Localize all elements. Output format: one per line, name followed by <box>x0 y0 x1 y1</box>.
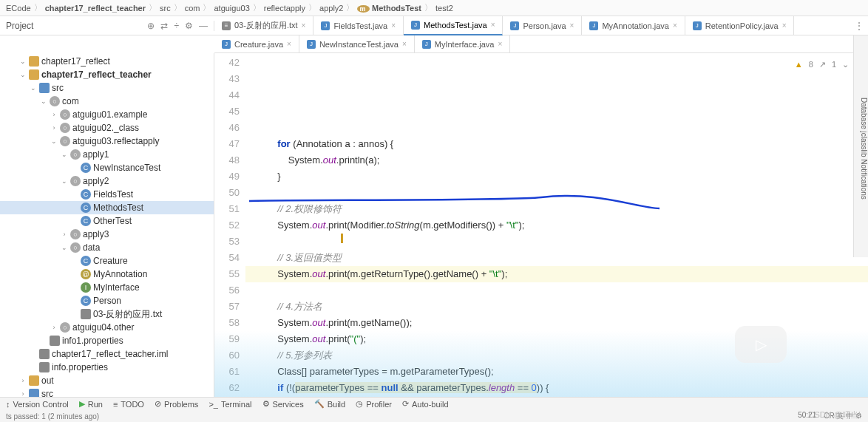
breadcrumb-item[interactable]: reflectapply <box>264 4 305 13</box>
tree-node[interactable]: ⌄src <box>0 81 214 95</box>
editor-tab[interactable]: ≡03-反射的应用.txt× <box>214 16 313 35</box>
code-line[interactable] <box>245 234 868 250</box>
close-icon[interactable]: × <box>782 21 787 30</box>
chevron-down-icon[interactable]: ⌄ <box>842 56 849 72</box>
tool-window-button[interactable]: ↕Version Control <box>6 400 69 409</box>
code-line[interactable]: if (!(parameterTypes == null && paramete… <box>245 380 868 396</box>
code-line[interactable]: } <box>245 169 868 185</box>
tree-node[interactable]: ⌄chapter17_reflect_teacher <box>0 68 214 81</box>
gear-icon[interactable]: ⚙ <box>185 21 193 31</box>
code-line[interactable]: System.out.println(a); <box>245 152 868 169</box>
breadcrumb-item[interactable]: atguigu03 <box>214 4 249 13</box>
tree-node[interactable]: chapter17_reflect_teacher.iml <box>0 347 214 361</box>
target-icon[interactable]: ⊕ <box>147 21 155 31</box>
tree-node[interactable]: ⌄○apply2 <box>0 174 214 188</box>
tree-node[interactable]: ⌄○com <box>0 95 214 108</box>
auto-build-icon: ⟳ <box>402 399 409 409</box>
tree-node[interactable]: ⌄○atguigu03.reflectapply <box>0 135 214 148</box>
project-tool-label[interactable]: Project ⊕ ⇄ ÷ ⚙ — <box>0 21 214 31</box>
editor-tab[interactable]: JFieldsTest.java× <box>313 16 404 35</box>
tree-node[interactable]: ⌄○apply1 <box>0 148 214 161</box>
collapse-icon[interactable]: ÷ <box>174 21 179 31</box>
code-line[interactable] <box>245 185 868 201</box>
tree-node[interactable]: info1.properties <box>0 334 214 347</box>
status-bar: ts passed: 1 (2 minutes ago) 50:21 CR 英 … <box>0 410 868 422</box>
project-tree[interactable]: ⌄chapter17_reflect⌄chapter17_reflect_tea… <box>0 53 214 397</box>
tree-node[interactable]: ›○atguigu01.example <box>0 108 214 121</box>
code-line[interactable]: // 2.权限修饰符 <box>245 201 868 217</box>
close-icon[interactable]: × <box>570 21 574 30</box>
breadcrumb-item[interactable]: src <box>160 4 171 13</box>
editor-tab[interactable]: JNewInstanceTest.java× <box>299 35 415 52</box>
tree-node[interactable]: CMethodsTest <box>0 201 214 214</box>
code-line[interactable]: // 4.方法名 <box>245 299 868 315</box>
tree-node[interactable]: 03-反射的应用.txt <box>0 307 214 321</box>
code-line[interactable]: // 3.返回值类型 <box>245 250 868 266</box>
tree-node[interactable]: ⌄○data <box>0 241 214 254</box>
tree-node[interactable]: ›○apply3 <box>0 228 214 241</box>
tree-node[interactable]: ›out <box>0 374 214 387</box>
tree-node[interactable]: @MyAnnotation <box>0 268 214 281</box>
tree-node[interactable]: CCreature <box>0 254 214 268</box>
project-label-text: Project <box>6 21 33 31</box>
tool-window-button[interactable]: ◷Profiler <box>356 399 392 409</box>
breadcrumb: ECode〉chapter17_reflect_teacher〉src〉com〉… <box>0 0 868 16</box>
tool-window-button[interactable]: ⟳Auto-build <box>402 399 449 409</box>
toolbar-row: Project ⊕ ⇄ ÷ ⚙ — ≡03-反射的应用.txt×JFieldsT… <box>0 16 868 35</box>
breadcrumb-item[interactable]: ECode <box>6 4 31 13</box>
tree-node[interactable]: ›src <box>0 387 214 397</box>
editor-tab[interactable]: JCreature.java× <box>214 35 299 52</box>
right-tool-strip[interactable]: Database jclasslib Notifications <box>853 35 868 257</box>
editor-tab[interactable]: JMethodsTest.java× <box>404 16 503 35</box>
up-icon: ↗ <box>819 56 826 72</box>
editor-tab[interactable]: JRetentionPolicy.java× <box>685 16 795 35</box>
close-icon[interactable]: × <box>491 21 495 29</box>
breadcrumb-item[interactable]: chapter17_reflect_teacher <box>45 4 146 13</box>
code-line[interactable] <box>245 282 868 299</box>
inspection-indicators[interactable]: ▲8 ↗1 ⌄ <box>795 56 849 72</box>
services-icon: ⚙ <box>262 399 270 409</box>
tree-node[interactable]: info.properties <box>0 361 214 374</box>
close-icon[interactable]: × <box>391 21 396 30</box>
close-icon[interactable]: × <box>402 40 407 48</box>
tool-window-button[interactable]: 🔨Build <box>314 399 345 409</box>
tree-node[interactable]: ›○atguigu04.other <box>0 321 214 334</box>
tree-node[interactable]: ⌄chapter17_reflect <box>0 55 214 68</box>
tool-window-button[interactable]: ▶Run <box>79 399 103 409</box>
breadcrumb-item[interactable]: apply2 <box>319 4 343 13</box>
close-icon[interactable]: × <box>673 21 677 30</box>
close-icon[interactable]: × <box>287 40 291 48</box>
play-button-overlay[interactable]: ▷ <box>735 326 787 363</box>
tool-window-button[interactable]: ⊘Problems <box>155 399 198 409</box>
hide-icon[interactable]: — <box>199 21 208 31</box>
close-icon[interactable]: × <box>302 21 306 30</box>
tree-node[interactable]: COtherTest <box>0 214 214 228</box>
tree-node[interactable]: IMyInterface <box>0 281 214 294</box>
editor-tab[interactable]: JMyInterface.java× <box>415 35 511 52</box>
text-cursor-icon: I <box>340 231 344 247</box>
warning-count: 8 <box>809 56 813 72</box>
problems-icon: ⊘ <box>155 399 161 409</box>
watermark: CSDN @叮当! <box>809 409 861 421</box>
project-tool-icons: ⊕ ⇄ ÷ ⚙ — <box>147 21 208 31</box>
tree-node[interactable]: CFieldsTest <box>0 188 214 201</box>
breadcrumb-item[interactable]: m MethodsTest <box>357 4 421 13</box>
close-icon[interactable]: × <box>498 40 502 48</box>
expand-icon[interactable]: ⇄ <box>160 21 168 31</box>
tabs-more-icon[interactable]: ⋮ <box>850 21 868 31</box>
code-line[interactable]: Class[] parameterTypes = m.getParameterT… <box>245 364 868 380</box>
editor-tab[interactable]: JPerson.java× <box>503 16 582 35</box>
breadcrumb-item[interactable]: test2 <box>435 4 453 13</box>
tree-node[interactable]: CPerson <box>0 294 214 307</box>
tool-window-button[interactable]: ⚙Services <box>262 399 304 409</box>
code-line[interactable]: System.out.print(Modifier.toString(m.get… <box>245 217 868 234</box>
tool-window-button[interactable]: ≡TODO <box>113 400 144 409</box>
breadcrumb-item[interactable]: com <box>185 4 200 13</box>
tool-window-button[interactable]: >_Terminal <box>208 400 251 409</box>
tree-node[interactable]: ›○atguigu02._class <box>0 121 214 135</box>
code-line[interactable]: System.out.print(m.getReturnType().getNa… <box>245 266 868 282</box>
status-message: ts passed: 1 (2 minutes ago) <box>6 412 99 421</box>
tree-node[interactable]: CNewInstanceTest <box>0 161 214 174</box>
code-line[interactable]: for (Annotation a : annos) { <box>245 136 868 152</box>
editor-tab[interactable]: JMyAnnotation.java× <box>582 16 685 35</box>
